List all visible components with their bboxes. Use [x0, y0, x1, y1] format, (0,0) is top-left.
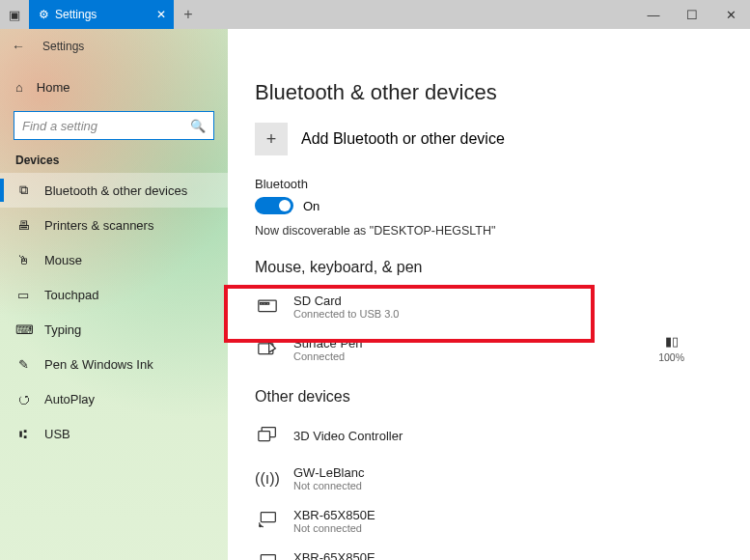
device-xbr-2[interactable]: XBR-65X850E Not connected: [255, 543, 723, 560]
content-pane: Bluetooth & other devices + Add Bluetoot…: [228, 63, 750, 560]
header-title: Settings: [42, 40, 84, 53]
pen-icon: ✎: [15, 357, 31, 372]
sidebar-home[interactable]: ⌂ Home: [14, 70, 214, 103]
sidebar-item-typing[interactable]: ⌨ Typing: [0, 312, 228, 347]
plus-icon: +: [255, 123, 288, 155]
device-gw-leblanc[interactable]: ((ı)) GW-LeBlanc Not connected: [255, 458, 723, 500]
svg-rect-1: [261, 303, 264, 305]
sidebar-item-label: Bluetooth & other devices: [44, 183, 187, 198]
autoplay-icon: ⭯: [15, 392, 31, 406]
active-tab[interactable]: ⚙ Settings ✕: [29, 0, 174, 29]
touchpad-icon: ▭: [15, 288, 31, 302]
device-name: 3D Video Controller: [293, 429, 403, 444]
add-device-button[interactable]: + Add Bluetooth or other device: [255, 123, 723, 155]
sidebar-item-mouse[interactable]: 🖱 Mouse: [0, 242, 228, 277]
device-status: Connected: [293, 350, 363, 363]
device-name: Surface Pen: [293, 336, 363, 351]
bluetooth-label: Bluetooth: [255, 177, 723, 191]
search-input[interactable]: [22, 119, 190, 133]
sidebar-item-bluetooth[interactable]: ⧉ Bluetooth & other devices: [0, 173, 228, 208]
add-device-label: Add Bluetooth or other device: [301, 130, 505, 148]
devices-icon: ⧉: [15, 182, 31, 198]
svg-rect-0: [259, 300, 276, 312]
svg-rect-9: [261, 555, 275, 561]
section-mouse-keyboard-pen: Mouse, keyboard, & pen: [255, 259, 723, 276]
new-tab-button[interactable]: +: [174, 6, 203, 23]
sidebar-item-label: Touchpad: [44, 288, 98, 302]
sidebar-item-label: Pen & Windows Ink: [44, 357, 153, 372]
bluetooth-state: On: [303, 199, 319, 213]
bluetooth-toggle[interactable]: [255, 197, 293, 214]
device-sd-card[interactable]: SD Card Connected to USB 3.0: [255, 286, 723, 328]
sidebar-item-label: USB: [44, 427, 70, 441]
app-icon: ▣: [0, 8, 29, 22]
minimize-button[interactable]: —: [634, 8, 673, 22]
section-other-devices: Other devices: [255, 388, 723, 406]
home-icon: ⌂: [15, 80, 23, 95]
device-name: GW-LeBlanc: [293, 465, 364, 481]
maximize-button[interactable]: ☐: [673, 8, 711, 22]
page-title: Bluetooth & other devices: [255, 80, 723, 105]
sidebar-group-title: Devices: [14, 154, 214, 167]
pen-device-icon: [255, 339, 280, 360]
device-xbr-1[interactable]: XBR-65X850E Not connected: [255, 500, 723, 543]
svg-point-8: [260, 525, 262, 527]
sidebar-item-usb[interactable]: ⑆ USB: [0, 416, 228, 451]
device-status: Connected to USB 3.0: [293, 308, 399, 321]
usb-icon: ⑆: [15, 427, 31, 441]
printer-icon: 🖶: [15, 218, 31, 233]
sidebar-item-autoplay[interactable]: ⭯ AutoPlay: [0, 381, 228, 416]
device-battery: ▮▯ 100%: [658, 335, 684, 365]
sidebar-item-printers[interactable]: 🖶 Printers & scanners: [0, 208, 228, 242]
battery-percent: 100%: [658, 351, 684, 363]
device-status: Not connected: [293, 480, 364, 492]
home-label: Home: [37, 80, 70, 95]
app-header: ← Settings: [0, 29, 750, 63]
device-name: SD Card: [293, 294, 399, 309]
title-bar: ▣ ⚙ Settings ✕ + — ☐ ✕: [0, 0, 750, 29]
sidebar-nav: ⧉ Bluetooth & other devices 🖶 Printers &…: [0, 173, 228, 451]
discoverable-text: Now discoverable as "DESKTOP-HEGSLTH": [255, 224, 723, 238]
sidebar-item-label: Printers & scanners: [44, 218, 153, 233]
svg-rect-3: [266, 303, 269, 305]
svg-rect-6: [259, 432, 270, 441]
sidebar-item-label: Typing: [44, 322, 81, 337]
gear-icon: ⚙: [39, 8, 49, 21]
device-name: XBR-65X850E: [293, 550, 375, 560]
battery-icon: ▮▯: [658, 335, 684, 348]
tab-label: Settings: [55, 8, 97, 21]
svg-rect-2: [264, 303, 266, 305]
device-surface-pen[interactable]: Surface Pen Connected ▮▯ 100%: [255, 328, 723, 371]
sidebar-item-label: Mouse: [44, 253, 82, 267]
sd-card-icon: [255, 296, 280, 318]
device-3d-video[interactable]: 3D Video Controller: [255, 415, 723, 458]
close-button[interactable]: ✕: [711, 8, 750, 22]
sidebar-item-pen[interactable]: ✎ Pen & Windows Ink: [0, 347, 228, 381]
close-tab-icon[interactable]: ✕: [156, 8, 166, 21]
keyboard-icon: ⌨: [15, 322, 31, 337]
mouse-icon: 🖱: [15, 253, 31, 267]
svg-rect-7: [261, 513, 275, 522]
sidebar: ⌂ Home 🔍 Devices ⧉ Bluetooth & other dev…: [0, 63, 228, 560]
tv-icon: [255, 553, 280, 560]
search-box[interactable]: 🔍: [14, 111, 214, 140]
device-status: Not connected: [293, 522, 375, 535]
tv-icon: [255, 511, 280, 532]
sidebar-item-label: AutoPlay: [44, 392, 95, 406]
search-icon: 🔍: [190, 119, 206, 133]
device-name: XBR-65X850E: [293, 508, 375, 523]
sidebar-item-touchpad[interactable]: ▭ Touchpad: [0, 277, 228, 312]
monitor-icon: [255, 426, 280, 447]
back-button[interactable]: ←: [12, 39, 25, 54]
cast-icon: ((ı)): [255, 470, 280, 488]
